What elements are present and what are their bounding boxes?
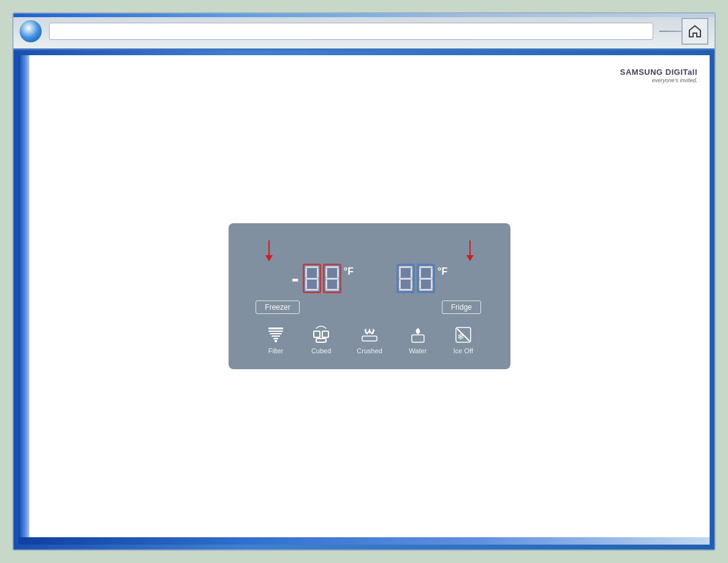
topbar-accent xyxy=(13,13,715,17)
crushed-label: Crushed xyxy=(357,347,382,354)
arrow-head-left xyxy=(265,255,273,261)
water-icon xyxy=(408,325,428,345)
cubed-icon-item[interactable]: Cubed xyxy=(311,325,331,354)
browser-window: SAMSUNG DIGITall everyone's invited. man… xyxy=(12,12,716,551)
fridge-digit-1 xyxy=(396,264,415,293)
water-icon-item[interactable]: Water xyxy=(408,325,428,354)
fridge-unit: °F xyxy=(438,266,447,277)
ice-off-label: Ice Off xyxy=(453,347,473,354)
address-bar[interactable] xyxy=(49,23,653,40)
samsung-brand-text: SAMSUNG DIGITall xyxy=(620,67,697,77)
svg-rect-6 xyxy=(314,331,320,337)
label-buttons-row: Freezer Fridge xyxy=(253,301,486,314)
browser-frame: SAMSUNG DIGITall everyone's invited. man… xyxy=(13,50,715,550)
fridge-label-button[interactable]: Fridge xyxy=(442,301,481,314)
temperature-row: - xyxy=(253,264,486,293)
svg-rect-7 xyxy=(322,331,328,337)
filter-icon xyxy=(266,325,286,345)
svg-rect-2 xyxy=(270,333,282,334)
browser-logo-icon xyxy=(20,20,42,42)
home-icon xyxy=(688,24,702,39)
content-area: SAMSUNG DIGITall everyone's invited. man… xyxy=(29,55,710,537)
freezer-display xyxy=(303,264,341,293)
arrow-head-right xyxy=(466,255,474,261)
filter-label: Filter xyxy=(268,347,283,354)
arrow-line-left xyxy=(268,240,270,255)
ice-off-icon: ❄ xyxy=(453,325,473,345)
freezer-label-button[interactable]: Freezer xyxy=(256,301,299,314)
freezer-temp-group: - xyxy=(292,264,354,293)
svg-rect-0 xyxy=(268,327,283,329)
freezer-digit-1 xyxy=(303,264,321,293)
freezer-minus-sign: - xyxy=(292,266,299,291)
cubed-label: Cubed xyxy=(311,347,331,354)
svg-rect-8 xyxy=(316,339,326,342)
ice-off-icon-item[interactable]: ❄ Ice Off xyxy=(453,325,473,354)
crushed-icon xyxy=(360,325,379,345)
fridge-temp-group: °F xyxy=(396,264,447,293)
svg-rect-5 xyxy=(275,340,277,342)
svg-rect-13 xyxy=(412,335,424,342)
fridge-digit-2 xyxy=(417,264,435,293)
fridge-display xyxy=(396,264,435,293)
arrow-line-right xyxy=(469,240,471,255)
browser-topbar xyxy=(13,13,715,50)
filter-icon-item[interactable]: Filter xyxy=(266,325,286,354)
left-accent xyxy=(18,55,29,545)
freezer-digit-2 xyxy=(323,264,341,293)
arrows-row xyxy=(253,240,486,261)
control-panel: - xyxy=(229,223,510,369)
svg-rect-9 xyxy=(362,336,377,341)
freezer-arrow xyxy=(265,240,273,261)
crushed-icon-item[interactable]: Crushed xyxy=(357,325,382,354)
browser-inner: SAMSUNG DIGITall everyone's invited. man… xyxy=(18,55,710,545)
water-label: Water xyxy=(409,347,427,354)
samsung-logo: SAMSUNG DIGITall everyone's invited. xyxy=(620,67,697,83)
svg-rect-4 xyxy=(273,338,278,339)
svg-rect-1 xyxy=(268,331,283,332)
freezer-unit: °F xyxy=(344,266,354,277)
svg-rect-3 xyxy=(271,335,280,337)
home-button[interactable] xyxy=(681,18,708,45)
dispenser-icons-row: Filter Cubed xyxy=(253,325,486,354)
bottom-accent xyxy=(18,537,710,545)
cubed-icon xyxy=(311,325,331,345)
samsung-tagline: everyone's invited. xyxy=(620,77,697,84)
fridge-arrow xyxy=(466,240,474,261)
